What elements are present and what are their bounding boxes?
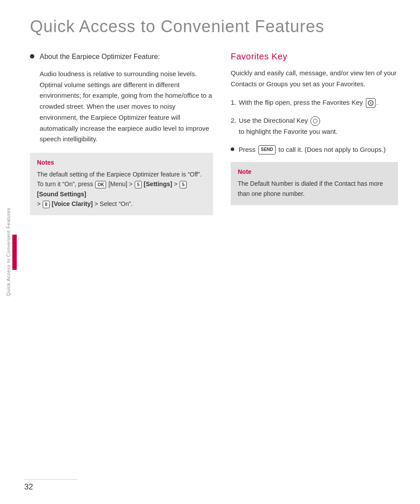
step2-item: 2. Use the Directional Key to highlight … xyxy=(231,115,398,137)
menu-key-icon: 5 xyxy=(135,181,142,188)
right-column: Favorites Key Quickly and easily call, m… xyxy=(231,52,398,486)
voice-clarity-key-icon: 8 xyxy=(43,201,50,208)
main-content: Quick Access to Convenient Features Abou… xyxy=(17,0,420,504)
notes-label1: [Menu] > xyxy=(108,180,134,188)
settings-key-icon: 5 xyxy=(180,181,187,188)
notes-label2: [Settings] > xyxy=(144,180,180,188)
note-title: Note xyxy=(238,168,391,175)
bullet-item-optimizer: About the Earpiece Optimizer Feature: xyxy=(30,52,213,62)
page-number: 32 xyxy=(24,482,77,492)
bullet-dot xyxy=(30,54,34,59)
note-text: The Default Number is dialed if the Cont… xyxy=(238,179,391,199)
sidebar-text: Quick Access to Convenient Features xyxy=(6,208,11,296)
press-send-text: Press SEND to call it. (Does not apply t… xyxy=(239,144,386,155)
svg-point-1 xyxy=(370,103,371,104)
ok-key-icon: OK xyxy=(95,181,106,188)
notes-label4: [Voice Clarity] > Select “On”. xyxy=(52,200,133,207)
page-title: Quick Access to Convenient Features xyxy=(30,18,398,36)
note-box: Note The Default Number is dialed if the… xyxy=(231,162,398,205)
step1-text: With the flip open, press the Favorites … xyxy=(239,97,378,108)
step2-text-container: Use the Directional Key to highlight the… xyxy=(239,115,338,137)
page-container: Quick Access to Convenient Features Quic… xyxy=(0,0,420,504)
step1-num: 1. xyxy=(231,97,236,108)
step1-item: 1. With the flip open, press the Favorit… xyxy=(231,97,398,108)
notes-box: Notes The default setting of the Earpiec… xyxy=(30,153,213,215)
section-title: Favorites Key xyxy=(231,52,398,62)
bullet-dot-right xyxy=(231,147,234,151)
two-columns: About the Earpiece Optimizer Feature: Au… xyxy=(30,52,398,486)
notes-title: Notes xyxy=(37,159,206,166)
directional-key-icon xyxy=(310,116,320,126)
left-column: About the Earpiece Optimizer Feature: Au… xyxy=(30,52,213,486)
favorites-key-icon xyxy=(366,98,376,108)
bullet-title: About the Earpiece Optimizer Feature: xyxy=(40,52,160,62)
sidebar-red-bar xyxy=(12,235,17,270)
notes-text: The default setting of the Earpiece Opti… xyxy=(37,169,206,209)
bullet-send-item: Press SEND to call it. (Does not apply t… xyxy=(231,144,398,155)
step2-num: 2. xyxy=(231,115,236,126)
send-key-icon: SEND xyxy=(258,145,276,155)
footer-line xyxy=(24,479,77,480)
description-text: Audio loudness is relative to surroundin… xyxy=(40,69,213,145)
page-footer: 32 xyxy=(24,479,77,492)
sidebar: Quick Access to Convenient Features xyxy=(0,0,17,504)
intro-text: Quickly and easily call, message, and/or… xyxy=(231,68,398,90)
